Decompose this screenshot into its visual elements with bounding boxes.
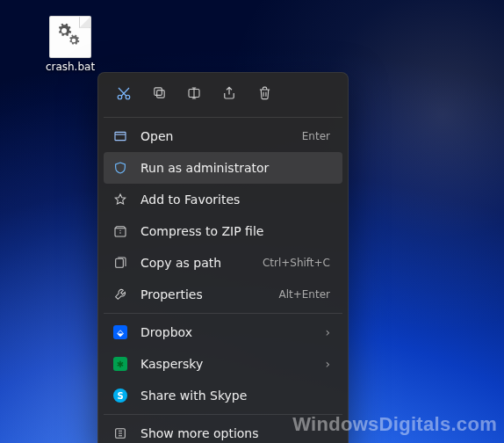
menu-label: Copy as path (140, 256, 250, 270)
menu-accel: Alt+Enter (278, 288, 330, 301)
rename-icon (186, 85, 202, 104)
menu-run-as-admin[interactable]: Run as administrator (104, 152, 342, 184)
delete-icon (257, 85, 272, 103)
more-icon (112, 425, 128, 441)
menu-open[interactable]: Open Enter (104, 120, 342, 152)
rename-button[interactable] (177, 79, 211, 109)
cut-button[interactable] (107, 79, 140, 109)
menu-compress-zip[interactable]: Compress to ZIP file (104, 215, 342, 247)
window-icon (112, 128, 128, 144)
chevron-right-icon: › (325, 357, 330, 371)
share-button[interactable] (212, 79, 246, 109)
menu-accel: Ctrl+Shift+C (263, 257, 330, 269)
menu-label: Share with Skype (140, 389, 330, 403)
zip-icon (112, 223, 128, 239)
menu-kaspersky[interactable]: ✱ Kaspersky › (104, 348, 342, 380)
svg-rect-2 (156, 91, 164, 98)
menu-share-skype[interactable]: S Share with Skype (104, 380, 342, 411)
context-menu-top-actions (102, 77, 344, 114)
menu-separator (104, 313, 342, 314)
menu-separator (104, 414, 342, 415)
menu-label: Add to Favorites (140, 192, 330, 207)
svg-point-1 (126, 95, 130, 99)
svg-rect-6 (116, 258, 124, 267)
menu-properties[interactable]: Properties Alt+Enter (104, 279, 342, 310)
menu-add-favorites[interactable]: Add to Favorites (104, 184, 342, 215)
context-menu: Open Enter Run as administrator Add to F… (97, 72, 349, 443)
menu-label: Compress to ZIP file (140, 224, 330, 238)
skype-icon: S (112, 388, 128, 403)
menu-show-more-options[interactable]: Show more options (104, 418, 342, 443)
copy-path-icon (112, 255, 128, 271)
menu-accel: Enter (302, 130, 330, 142)
copy-button[interactable] (142, 79, 176, 109)
delete-button[interactable] (248, 79, 281, 109)
desktop-file-label: crash.bat (46, 62, 95, 73)
dropbox-icon: ⬙ (112, 324, 128, 340)
svg-rect-3 (154, 88, 162, 96)
menu-label: Run as administrator (140, 161, 318, 175)
copy-icon (152, 85, 167, 103)
menu-label: Properties (140, 287, 266, 301)
menu-separator (104, 117, 342, 118)
menu-copy-path[interactable]: Copy as path Ctrl+Shift+C (104, 247, 342, 279)
menu-label: Dropbox (140, 325, 313, 339)
svg-rect-5 (115, 132, 126, 140)
share-icon (221, 85, 237, 104)
desktop-file-icon[interactable]: crash.bat (39, 16, 102, 73)
menu-dropbox[interactable]: ⬙ Dropbox › (104, 316, 342, 348)
menu-label: Show more options (140, 426, 330, 440)
bat-file-thumbnail (49, 16, 91, 58)
wrench-icon (112, 287, 128, 302)
cut-icon (116, 85, 132, 104)
star-icon (112, 192, 128, 207)
kaspersky-icon: ✱ (112, 356, 128, 372)
shield-icon (112, 160, 128, 176)
chevron-right-icon: › (325, 325, 330, 339)
menu-label: Open (140, 129, 290, 143)
svg-point-0 (118, 95, 122, 99)
menu-label: Kaspersky (140, 357, 313, 371)
